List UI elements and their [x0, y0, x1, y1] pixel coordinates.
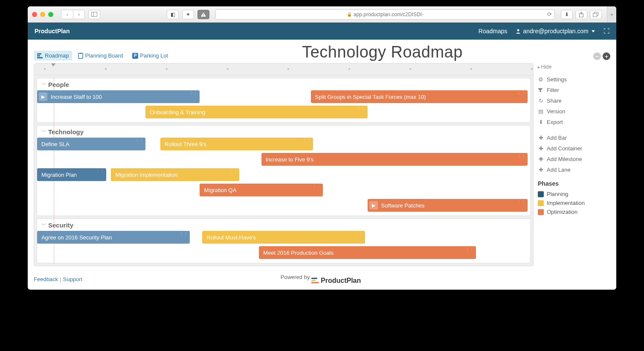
drag-grip-icon[interactable]: ⋮⋮	[466, 247, 474, 251]
tabs-button[interactable]	[590, 10, 602, 19]
brand[interactable]: ProductPlan	[35, 28, 70, 35]
logo-bars-icon	[311, 278, 319, 283]
plus-icon: ✚	[538, 135, 544, 141]
powered-by-label: Powered by	[281, 274, 310, 280]
drag-grip-icon[interactable]: ⋮⋮	[96, 169, 104, 173]
svg-rect-3	[203, 15, 203, 16]
roadmap-bar[interactable]: ▶Increase Staff to 100⋮⋮	[37, 90, 200, 103]
close-window-icon[interactable]	[32, 12, 37, 17]
roadmap-bar[interactable]: Agree on 2016 Security Plan⋮⋮	[37, 231, 190, 244]
tab-parking-lot[interactable]: P Parking Lot	[129, 51, 171, 60]
back-button[interactable]: ‹	[61, 10, 73, 19]
toolbar-button-2[interactable]: ✦	[182, 10, 194, 19]
panel-add-milestone[interactable]: ✚Add Milestone	[538, 154, 610, 164]
expand-bar-icon[interactable]: ▶	[39, 92, 47, 101]
roadmap-bar[interactable]: Split Groups in Special Task Forces (max…	[311, 90, 528, 103]
lane-row: ▶Increase Staff to 100⋮⋮Split Groups in …	[37, 90, 530, 104]
bar-label: Migration QA	[204, 187, 236, 193]
sidebar-toggle-button[interactable]	[88, 10, 100, 19]
productplan-logo[interactable]: ProductPlan	[311, 277, 361, 285]
bar-label: Onboarding & Training	[150, 109, 205, 115]
roadmap-bar[interactable]: Migration QA⋮⋮	[200, 184, 323, 196]
plus-icon: ✚	[538, 167, 544, 173]
drag-grip-icon[interactable]: ⋮⋮	[189, 91, 198, 95]
drag-grip-icon[interactable]: ⋮⋮	[313, 184, 321, 189]
roadmap-bar[interactable]: Increase to Five 9's⋮⋮	[261, 153, 528, 166]
plus-icon: ✚	[538, 156, 544, 162]
roadmap-bar[interactable]: Define SLA⋮⋮	[37, 138, 145, 150]
maximize-window-icon[interactable]	[48, 12, 53, 17]
lane-header[interactable]: ﹀People	[37, 78, 530, 89]
toolbar-button-1[interactable]: ◧	[167, 10, 179, 19]
panel-version[interactable]: ▤Version	[538, 106, 610, 117]
lane: ﹀People▶Increase Staff to 100⋮⋮Split Gro…	[37, 78, 531, 123]
panel-export[interactable]: ⬇Export	[538, 117, 610, 127]
share-icon: ↻	[538, 98, 544, 104]
panel-filter[interactable]: Filter	[538, 85, 610, 95]
fullscreen-button[interactable]: ⛶	[603, 28, 609, 35]
panel-add-bar[interactable]: ✚Add Bar	[538, 132, 610, 143]
svg-rect-11	[78, 53, 83, 58]
roadmap-bar[interactable]: Migration Implementation⋮⋮	[111, 168, 239, 181]
roadmap-bar[interactable]: Rollout Three 9's⋮⋮	[160, 138, 313, 150]
roadmap-bar[interactable]: Meet 2016 Production Goals⋮⋮	[259, 246, 476, 259]
new-tab-button[interactable]: +	[607, 6, 616, 22]
downloads-button[interactable]: ⬇	[561, 10, 573, 19]
zoom-in-button[interactable]: +	[603, 52, 610, 60]
minimize-window-icon[interactable]	[40, 12, 45, 17]
drag-grip-icon[interactable]: ⋮⋮	[303, 138, 311, 143]
chevron-down-icon: ﹀	[41, 128, 46, 135]
svg-rect-6	[593, 13, 597, 17]
bar-label: Increase Staff to 100	[51, 94, 102, 100]
drag-grip-icon[interactable]: ⋮⋮	[517, 200, 526, 204]
drag-grip-icon[interactable]: ⋮⋮	[517, 154, 526, 158]
user-menu[interactable]: andre@productplan.com	[516, 28, 595, 35]
roadmap-bar[interactable]: Migration Plan⋮⋮	[37, 168, 106, 181]
footer-support[interactable]: Support	[63, 276, 82, 282]
svg-rect-0	[92, 12, 97, 17]
reload-icon[interactable]: ⟳	[547, 11, 552, 17]
panel-settings[interactable]: ⚙Settings	[538, 74, 610, 85]
export-icon: ⬇	[538, 119, 544, 125]
panel-add-container[interactable]: ✚Add Container	[538, 143, 610, 154]
lane-title: People	[48, 81, 69, 88]
svg-rect-12	[80, 53, 81, 54]
drag-grip-icon[interactable]: ⋮⋮	[517, 91, 526, 95]
zoom-out-button[interactable]: −	[593, 52, 601, 60]
drag-grip-icon[interactable]: ⋮⋮	[180, 232, 188, 236]
drag-grip-icon[interactable]: ⋮⋮	[229, 169, 238, 173]
tab-planning-board[interactable]: Planning Board	[75, 51, 126, 60]
swatch-optimization	[538, 209, 544, 215]
today-marker-icon	[51, 63, 55, 66]
legend-implementation[interactable]: Implementation	[538, 199, 610, 207]
app-header: ProductPlan Roadmaps andre@productplan.c…	[28, 23, 616, 40]
plus-icon: ✚	[538, 145, 544, 152]
tab-roadmap[interactable]: Roadmap	[34, 51, 72, 60]
traffic-lights	[32, 12, 53, 17]
roadmap-bar[interactable]: Onboarding & Training⋮⋮	[145, 106, 367, 118]
lane-row: Onboarding & Training⋮⋮	[37, 105, 530, 120]
roadmap-bar[interactable]: ▶Software Patches⋮⋮	[368, 199, 528, 212]
hide-panel-button[interactable]: Hide	[538, 64, 610, 70]
toolbar-warning-button[interactable]	[197, 10, 209, 19]
bar-label: Rollout Three 9's	[165, 141, 206, 147]
url-bar[interactable]: 🔒 app.productplan.com/c2DISDI- ⟳	[215, 9, 555, 20]
forward-button[interactable]: ›	[73, 10, 85, 19]
drag-grip-icon[interactable]: ⋮⋮	[135, 138, 144, 143]
roadmap-bar[interactable]: Rollout Must-Have's⋮⋮	[202, 231, 365, 244]
legend-optimization[interactable]: Optimization	[538, 207, 610, 216]
svg-rect-10	[37, 57, 43, 58]
panel-share[interactable]: ↻Share	[538, 95, 610, 106]
lane-header[interactable]: ﹀Technology	[37, 126, 530, 136]
drag-grip-icon[interactable]: ⋮⋮	[355, 232, 363, 236]
footer-feedback[interactable]: Feedback	[34, 276, 58, 282]
bar-label: Split Groups in Special Task Forces (max…	[315, 94, 426, 100]
drag-grip-icon[interactable]: ⋮⋮	[357, 106, 366, 111]
lock-icon: 🔒	[347, 12, 352, 17]
nav-roadmaps[interactable]: Roadmaps	[479, 28, 508, 35]
share-button[interactable]	[575, 10, 587, 19]
panel-add-lane[interactable]: ✚Add Lane	[538, 164, 610, 175]
expand-bar-icon[interactable]: ▶	[369, 201, 378, 210]
legend-planning[interactable]: Planning	[538, 190, 610, 199]
lane-header[interactable]: ﹀Security	[37, 219, 530, 230]
